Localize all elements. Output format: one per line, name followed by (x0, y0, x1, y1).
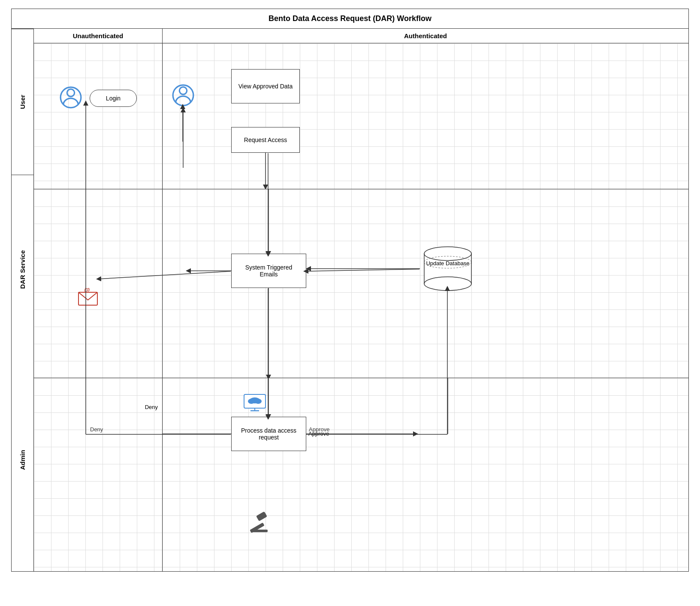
svg-point-10 (424, 277, 471, 291)
row-label-admin: Admin (12, 364, 33, 557)
request-access-box: Request Access (231, 127, 300, 153)
user-unauth-icon (60, 86, 82, 114)
view-approved-data-box: View Approved Data (231, 69, 300, 103)
cell-dar-unauth: @ (34, 189, 163, 378)
dar-row: @ System Triggered Emails (34, 189, 688, 378)
update-database: Update Database (420, 245, 476, 294)
approve-label: Approve (308, 430, 329, 437)
user-row: Login View Approved Data (34, 43, 688, 189)
svg-point-0 (67, 89, 74, 97)
col-header-authenticated: Authenticated (163, 29, 688, 43)
row-label-dar: DAR Service (12, 175, 33, 364)
admin-row: Deny (34, 378, 688, 571)
email-icon: @ (77, 288, 99, 309)
diagram-title: Bento Data Access Request (DAR) Workflow (12, 9, 688, 29)
svg-rect-23 (256, 511, 267, 521)
cell-user-unauth: Login (34, 43, 163, 189)
svg-point-19 (255, 399, 262, 404)
svg-text:@: @ (84, 288, 90, 293)
cell-user-auth: View Approved Data Request Access (163, 43, 688, 189)
svg-point-3 (173, 85, 193, 106)
row-label-user: User (12, 29, 33, 175)
svg-point-9 (424, 247, 471, 261)
main-content: Unauthenticated Authenticated (34, 29, 688, 571)
svg-point-18 (248, 399, 255, 404)
login-button[interactable]: Login (90, 90, 137, 107)
process-data-access-request-box: Process data access request (231, 417, 306, 451)
col-header-unauthenticated: Unauthenticated (34, 29, 163, 43)
svg-point-2 (179, 87, 187, 94)
user-row-arrows (163, 43, 700, 189)
deny-label: Deny (145, 404, 158, 410)
svg-rect-24 (250, 530, 268, 532)
svg-point-1 (60, 87, 81, 108)
user-auth-icon (172, 84, 194, 112)
gavel-icon (246, 511, 272, 534)
system-triggered-emails-box: System Triggered Emails (231, 254, 306, 288)
cell-admin-unauth: Deny (34, 378, 163, 571)
row-labels: User DAR Service Admin (12, 29, 34, 571)
update-database-label: Update Database (420, 260, 476, 267)
col-headers: Unauthenticated Authenticated (34, 29, 688, 43)
diagram-container: Bento Data Access Request (DAR) Workflow… (11, 9, 689, 572)
cell-admin-auth: Process data access request (163, 378, 688, 571)
cell-dar-auth: System Triggered Emails (163, 189, 688, 378)
monitor-cloud-icon (242, 391, 268, 414)
